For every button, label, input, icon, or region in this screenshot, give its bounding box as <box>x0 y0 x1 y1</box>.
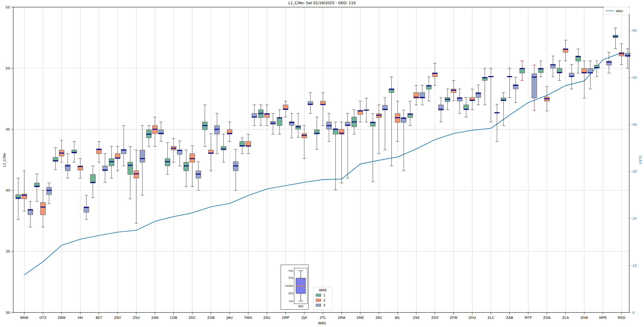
box-ZDV-wre3 <box>439 97 444 122</box>
box-ZTL-wre2 <box>321 93 326 126</box>
tick-label-x-ZMA: ZMA <box>338 316 345 320</box>
box-BET-wre2 <box>96 142 101 162</box>
box-ZAU-wre3 <box>270 113 275 134</box>
box-JNU-wre2 <box>227 122 232 142</box>
box-ZOA-wre1 <box>538 61 543 77</box>
wre-legend-item-2: 2 <box>316 298 330 302</box>
box-ZTL-wre3 <box>327 113 332 141</box>
series-3 <box>28 49 630 227</box>
box-MPR-wre3 <box>607 52 612 73</box>
tick-label-x-JNU: JNU <box>226 316 233 320</box>
inset-label-75%: 75% <box>288 277 293 279</box>
box-ZHN-wre1 <box>576 49 581 73</box>
tick-label-x-YWG: YWG <box>244 316 252 320</box>
box-ZOA-wre3 <box>551 56 556 77</box>
wre-label-3: 3 <box>323 303 325 307</box>
box-ZNY-wre2 <box>115 146 120 171</box>
inset-xlabel: WRS <box>298 305 303 308</box>
box-ZBW-wre1 <box>53 148 58 170</box>
box-ZAN-wre1 <box>146 126 151 147</box>
tick-label-x-ZHN: ZHN <box>580 316 588 320</box>
tick-label-x-OTZ: OTZ <box>39 316 46 320</box>
box-MTP-wre1 <box>520 61 525 80</box>
box-ZMA-wre3 <box>345 113 350 178</box>
box-ZTL-wre1 <box>314 117 319 150</box>
box-YWG-wre1 <box>240 138 245 154</box>
tick-label-x-ZSE: ZSE <box>413 316 420 320</box>
box-ZMP-wre3 <box>289 113 294 138</box>
box-ZLC-wre2 <box>488 68 493 122</box>
box-BIL-wre3 <box>401 110 406 171</box>
figure: L1_C/No: Sat 01/18/2025 - GEO: 133 L1_C/… <box>0 0 644 327</box>
box-BRW-wre2 <box>22 171 27 211</box>
tick-label-y2-20: 20 <box>632 217 637 221</box>
tick-label-x-BET: BET <box>96 316 102 320</box>
box-ZHU-wre2 <box>470 89 475 110</box>
box-ZHN-wre3 <box>588 61 593 89</box>
plot-border <box>13 7 629 312</box>
box-ZMA-wre2 <box>339 122 344 183</box>
box-ZMP-wre1 <box>277 110 282 134</box>
box-ZAB-wre2 <box>507 68 512 97</box>
tick-label-x-ZAB: ZAB <box>506 316 513 320</box>
box-ZSU-wre3 <box>140 126 145 195</box>
box-ZMP-wre2 <box>283 101 288 117</box>
tick-label-x-CDB: CDB <box>170 316 177 320</box>
box-CDB-wre1 <box>165 143 170 174</box>
tick-label-x-ZMP: ZMP <box>282 316 289 320</box>
tick-label-x-MPR: MPR <box>599 316 607 320</box>
box-MSD-wre1 <box>613 28 618 49</box>
tick-label-y2-10: 10 <box>632 264 637 268</box>
tick-label-y2-50: 50 <box>632 76 637 80</box>
box-ZLA-wre1 <box>557 61 562 80</box>
elev-line-sample <box>606 11 614 11</box>
tick-label-y-50: 50 <box>6 66 10 70</box>
wre-swatch-3 <box>316 304 321 307</box>
tick-label-x-ZLA: ZLA <box>562 316 569 320</box>
box-ZAN-wre2 <box>152 117 157 146</box>
tick-label-x-ZDV: ZDV <box>431 316 439 320</box>
tick-label-y2-0: 0 <box>632 311 634 315</box>
box-ZJX-wre2 <box>302 126 307 159</box>
elev-legend: elev <box>604 7 629 15</box>
tick-label-y-35: 35 <box>6 249 10 253</box>
tick-label-x-ZHU: ZHU <box>468 316 476 320</box>
tick-label-x-BIL: BIL <box>395 316 401 320</box>
box-ZME-wre1 <box>352 110 357 134</box>
box-BET-wre3 <box>102 154 107 183</box>
tick-label-y-40: 40 <box>6 188 10 192</box>
box-OTZ-wre2 <box>40 190 45 227</box>
tick-label-x-FAI: FAI <box>78 316 83 320</box>
wre-label-1: 1 <box>323 293 325 297</box>
tick-label-y2-60: 60 <box>632 29 637 32</box>
box-ZDC-wre3 <box>196 162 201 190</box>
box-ZJX-wre3 <box>308 93 313 114</box>
boxplot-chart: 3035404550550102030405060BRWOTZZBWFAIBET… <box>0 0 644 327</box>
box-ZSU-wre2 <box>134 150 139 223</box>
wre-swatch-1 <box>316 294 321 297</box>
box-CDB-wre2 <box>171 138 176 162</box>
box-ZHU-wre3 <box>476 85 481 105</box>
box-ZNY-wre3 <box>121 126 126 166</box>
box-ZDV-wre1 <box>426 77 431 101</box>
tick-label-x-ZOA: ZOA <box>543 316 551 320</box>
box-ZBW-wre3 <box>65 154 70 178</box>
box-ZOA-wre2 <box>544 87 549 111</box>
tick-label-x-ZNY: ZNY <box>114 316 121 320</box>
box-ZDC-wre1 <box>184 150 189 187</box>
box-ZHN-wre2 <box>582 61 587 98</box>
box-ZKC-wre1 <box>370 114 375 182</box>
wre-label-2: 2 <box>323 298 325 302</box>
box-ZOB-wre2 <box>208 134 213 171</box>
tick-label-y-30: 30 <box>6 311 10 315</box>
box-ZAB-wre3 <box>513 77 518 102</box>
box-BIL-wre2 <box>395 101 400 142</box>
tick-label-x-ZAN: ZAN <box>151 316 159 320</box>
box-ZDV-wre2 <box>433 63 438 85</box>
tick-label-y-45: 45 <box>6 127 10 131</box>
tick-label-x-ZME: ZME <box>356 316 364 320</box>
tick-label-y2-30: 30 <box>632 170 637 174</box>
box-ZKC-wre3 <box>383 97 388 150</box>
box-ZSU-wre1 <box>128 146 133 199</box>
box-OTZ-wre3 <box>46 183 51 204</box>
